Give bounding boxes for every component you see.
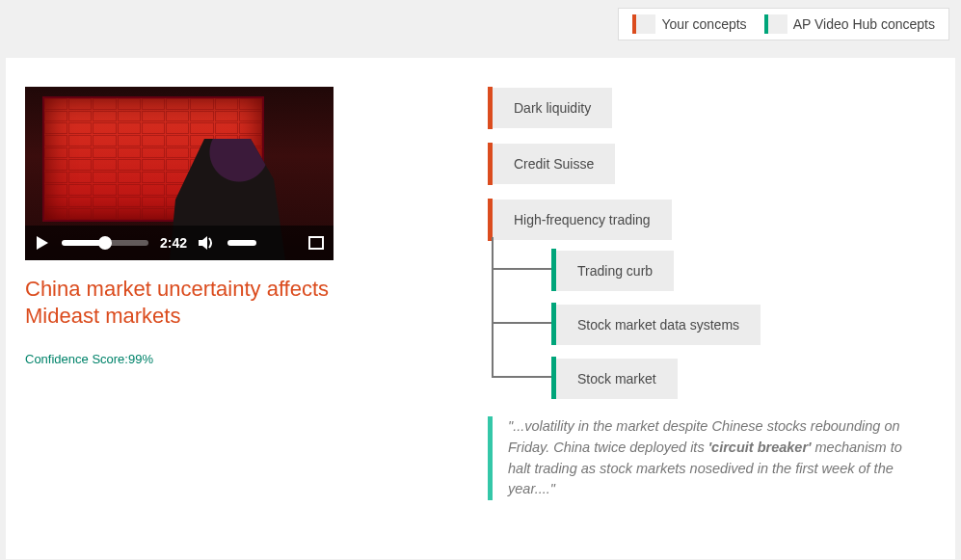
concept-tag[interactable]: Stock market [556, 359, 678, 399]
video-player[interactable]: 2:42 [25, 87, 334, 260]
tree-branch [494, 268, 551, 270]
play-icon[interactable] [35, 235, 50, 251]
quote-accent-bar [488, 416, 493, 500]
svg-marker-0 [37, 236, 48, 250]
video-time: 2:42 [160, 235, 187, 251]
concept-tag[interactable]: High-frequency trading [493, 200, 672, 240]
concept-row: Credit Suisse [488, 143, 936, 185]
quote-block: "...volatility in the market despite Chi… [488, 416, 902, 500]
volume-icon[interactable] [199, 235, 216, 251]
tree-branch [494, 376, 551, 378]
tree-stem [492, 345, 494, 378]
concept-tag[interactable]: Trading curb [556, 251, 674, 291]
concept-tree-row: Trading curb [492, 237, 936, 291]
seek-bar[interactable] [62, 240, 148, 246]
quote-bold: 'circuit breaker' [708, 440, 812, 455]
main-panel: 2:42 China market uncertainty affects Mi… [6, 58, 955, 559]
concept-tree-row: Stock market data systems [492, 291, 936, 345]
legend-label-yours: Your concepts [661, 16, 746, 32]
legend-item-yours: Your concepts [632, 14, 746, 34]
video-controls: 2:42 [25, 226, 334, 260]
confidence-label: Confidence Score: [25, 352, 128, 366]
concept-tag[interactable]: Credit Suisse [493, 144, 615, 184]
svg-rect-2 [309, 237, 323, 249]
fullscreen-icon[interactable] [308, 236, 324, 250]
tree-stem [492, 237, 494, 291]
tree-branch [494, 322, 551, 324]
concept-tag[interactable]: Stock market data systems [556, 305, 761, 345]
top-bar: Your concepts AP Video Hub concepts [0, 0, 961, 58]
confidence-value: 99% [128, 352, 153, 366]
right-column: Dark liquidity Credit Suisse High-freque… [488, 87, 936, 540]
concept-row: High-frequency trading [488, 199, 936, 241]
legend-swatch-orange [632, 14, 655, 34]
concept-row: Dark liquidity [488, 87, 936, 129]
concept-tag[interactable]: Dark liquidity [493, 88, 612, 128]
legend-swatch-teal [764, 14, 787, 34]
video-headline: China market uncertainty affects Mideast… [25, 276, 391, 329]
confidence-score: Confidence Score:99% [25, 352, 430, 366]
volume-bar[interactable] [227, 240, 256, 246]
left-column: 2:42 China market uncertainty affects Mi… [25, 87, 430, 540]
tree-stem [492, 291, 494, 345]
concept-tree: Trading curb Stock market data systems S… [492, 237, 936, 399]
legend: Your concepts AP Video Hub concepts [618, 8, 949, 40]
legend-label-ap: AP Video Hub concepts [793, 16, 935, 32]
svg-marker-1 [199, 236, 207, 250]
quote-text: "...volatility in the market despite Chi… [508, 416, 902, 500]
legend-item-ap: AP Video Hub concepts [764, 14, 935, 34]
concept-tree-row: Stock market [492, 345, 936, 399]
